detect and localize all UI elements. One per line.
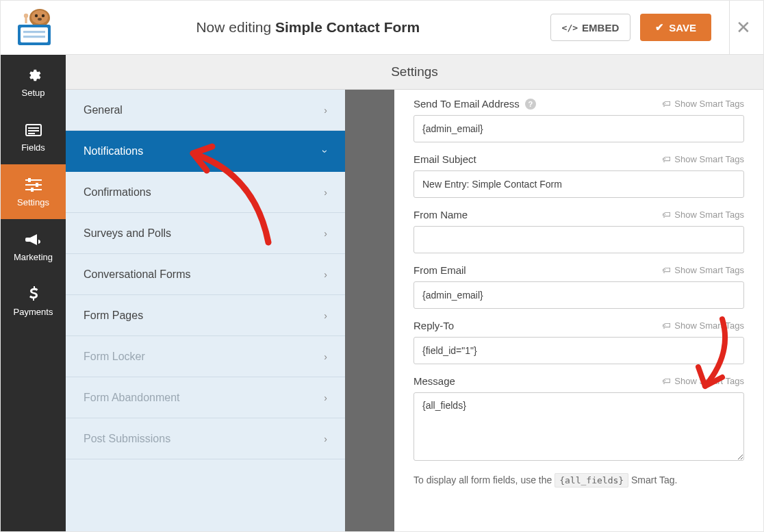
tag-icon: 🏷 — [662, 154, 671, 164]
smart-tags-label: Show Smart Tags — [674, 376, 744, 386]
smart-tags-label: Show Smart Tags — [674, 320, 744, 331]
sidebar-item-post-submissions[interactable]: Post Submissions › — [66, 418, 345, 459]
field-label: From Name — [413, 209, 468, 220]
bullhorn-icon — [25, 231, 42, 248]
sidebar-item-label: Conversational Forms — [84, 268, 191, 281]
from-name-input[interactable] — [413, 226, 744, 253]
reply-to-input[interactable] — [413, 337, 744, 364]
hint-prefix: To display all form fields, use the — [413, 474, 555, 485]
chevron-right-icon: › — [324, 433, 327, 444]
svg-rect-18 — [28, 178, 31, 182]
nav-label: Fields — [21, 142, 45, 153]
svg-rect-19 — [36, 183, 38, 187]
nav-payments[interactable]: Payments — [1, 274, 66, 329]
svg-rect-13 — [28, 130, 39, 131]
tag-icon: 🏷 — [662, 320, 671, 331]
save-label: SAVE — [669, 22, 696, 34]
nav-settings[interactable]: Settings — [1, 164, 66, 219]
tag-icon: 🏷 — [662, 210, 671, 220]
wpforms-logo — [1, 1, 66, 55]
sidebar-item-form-abandonment[interactable]: Form Abandonment › — [66, 377, 345, 418]
field-label: Send To Email Address — [413, 98, 520, 110]
topbar-actions: </> EMBED ✔ SAVE ✕ — [550, 1, 763, 55]
sidebar-item-notifications[interactable]: Notifications › — [66, 131, 345, 172]
help-icon[interactable]: ? — [525, 99, 536, 110]
field-from-email: From Email 🏷 Show Smart Tags — [413, 264, 744, 309]
chevron-right-icon: › — [324, 269, 327, 280]
subject-input[interactable] — [413, 170, 744, 198]
sidebar-item-form-pages[interactable]: Form Pages › — [66, 295, 345, 336]
embed-button[interactable]: </> EMBED — [550, 14, 631, 41]
sidebar-item-label: Form Abandonment — [84, 392, 180, 404]
field-send-to: Send To Email Address ? 🏷 Show Smart Tag… — [413, 98, 744, 142]
sidebar-item-label: Surveys and Polls — [84, 227, 171, 240]
sidebar-item-confirmations[interactable]: Confirmations › — [66, 172, 345, 213]
field-subject: Email Subject 🏷 Show Smart Tags — [413, 153, 744, 198]
svg-rect-8 — [21, 27, 48, 42]
chevron-right-icon: › — [324, 105, 327, 116]
chevron-right-icon: › — [324, 351, 327, 362]
svg-rect-12 — [28, 127, 39, 129]
sidebar-item-form-locker[interactable]: Form Locker › — [66, 336, 345, 377]
field-message: Message 🏷 Show Smart Tags — [413, 375, 744, 464]
columns: General › Notifications › Confirmations … — [66, 90, 763, 532]
show-smart-tags[interactable]: 🏷 Show Smart Tags — [662, 99, 744, 109]
show-smart-tags[interactable]: 🏷 Show Smart Tags — [662, 376, 744, 386]
svg-rect-6 — [25, 17, 27, 23]
field-label: From Email — [413, 264, 466, 276]
nav-marketing[interactable]: Marketing — [1, 219, 66, 274]
divider-gap — [345, 90, 394, 532]
gear-icon — [26, 67, 41, 84]
svg-rect-15 — [25, 179, 42, 181]
svg-rect-16 — [25, 184, 42, 186]
sidebar-item-label: Notifications — [84, 145, 143, 157]
save-button[interactable]: ✔ SAVE — [640, 14, 711, 41]
nav-label: Payments — [14, 307, 53, 317]
nav-fields[interactable]: Fields — [1, 110, 66, 164]
form-name: Simple Contact Form — [275, 19, 420, 35]
message-textarea[interactable] — [413, 392, 744, 461]
show-smart-tags[interactable]: 🏷 Show Smart Tags — [662, 265, 744, 275]
field-label: Message — [413, 375, 455, 387]
editing-prefix: Now editing — [196, 19, 275, 35]
main: Setup Fields Settings Marketing Payments — [1, 55, 763, 532]
smart-tags-label: Show Smart Tags — [674, 99, 744, 109]
from-email-input[interactable] — [413, 281, 744, 309]
svg-point-2 — [34, 14, 37, 17]
show-smart-tags[interactable]: 🏷 Show Smart Tags — [662, 154, 744, 164]
show-smart-tags[interactable]: 🏷 Show Smart Tags — [662, 210, 744, 220]
chevron-right-icon: › — [324, 310, 327, 321]
svg-point-3 — [41, 14, 44, 17]
sidebar-item-label: General — [84, 104, 123, 116]
nav-setup[interactable]: Setup — [1, 55, 66, 110]
topbar: Now editing Simple Contact Form </> EMBE… — [1, 1, 763, 55]
sliders-icon — [25, 177, 42, 193]
field-label: Reply-To — [413, 320, 454, 331]
embed-icon: </> — [562, 23, 578, 33]
send-to-input[interactable] — [413, 115, 744, 142]
sidebar-item-surveys[interactable]: Surveys and Polls › — [66, 213, 345, 254]
chevron-right-icon: › — [324, 187, 327, 198]
close-button[interactable]: ✕ — [729, 1, 756, 55]
settings-sidebar: General › Notifications › Confirmations … — [66, 90, 345, 532]
svg-rect-10 — [23, 36, 45, 38]
check-icon: ✔ — [655, 21, 664, 34]
sidebar-item-conversational[interactable]: Conversational Forms › — [66, 254, 345, 295]
sidebar-item-label: Form Locker — [84, 351, 145, 363]
hint-suffix: Smart Tag. — [628, 474, 677, 485]
svg-rect-20 — [31, 188, 34, 192]
nav-label: Settings — [17, 197, 49, 207]
show-smart-tags[interactable]: 🏷 Show Smart Tags — [662, 320, 744, 331]
tag-icon: 🏷 — [662, 376, 671, 386]
form-panel: Send To Email Address ? 🏷 Show Smart Tag… — [394, 90, 763, 532]
hint-text: To display all form fields, use the {all… — [413, 474, 744, 485]
nav-label: Marketing — [14, 252, 53, 262]
sidebar-item-label: Confirmations — [84, 186, 151, 199]
section-header: Settings — [66, 55, 763, 90]
svg-point-1 — [31, 10, 48, 24]
field-from-name: From Name 🏷 Show Smart Tags — [413, 209, 744, 253]
svg-rect-14 — [28, 133, 35, 134]
smart-tags-label: Show Smart Tags — [674, 210, 744, 220]
sidebar-item-general[interactable]: General › — [66, 90, 345, 131]
embed-label: EMBED — [582, 22, 619, 34]
